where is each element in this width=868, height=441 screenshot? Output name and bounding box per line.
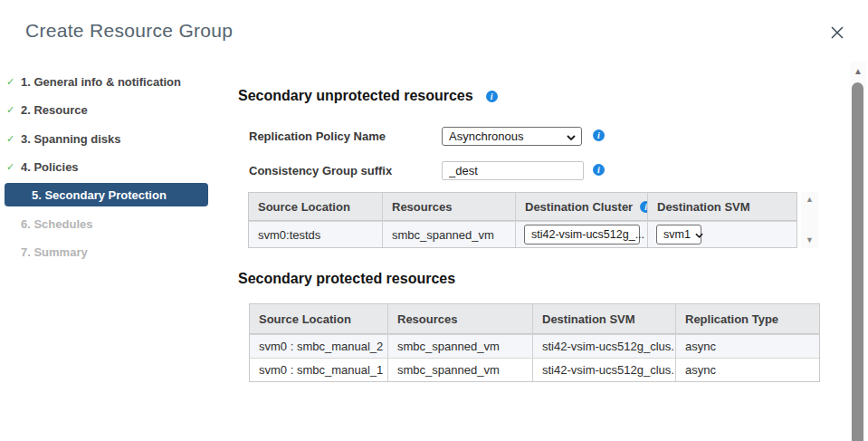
create-resource-group-dialog: Create Resource Group ✓ 1. General info … [0,0,868,441]
table-row: svm0 : smbc_manual_2 smbc_spanned_vm sti… [250,334,819,358]
close-icon[interactable] [828,24,846,42]
sidebar-step-resource[interactable]: ✓ 2. Resource [0,102,88,118]
col-header-replication-type: Replication Type [676,304,819,333]
sidebar-step-secondary-protection[interactable]: 5. Secondary Protection [5,183,208,206]
cell-destination-svm: svm1 [648,222,796,247]
cell-source-location: svm0 : smbc_manual_2 [250,335,388,358]
col-header-source-location: Source Location [249,193,383,220]
table-header-row: Source Location Resources Destination Cl… [249,193,796,221]
cg-suffix-label: Consistency Group suffix [249,164,392,177]
col-header-resources: Resources [383,193,516,220]
section-heading-protected: Secondary protected resources [238,271,455,287]
step-label: 7. Summary [21,245,88,259]
cell-replication-type: async [676,359,819,381]
step-label: 4. Policies [21,160,79,174]
table-header-row: Source Location Resources Destination SV… [250,304,819,334]
sidebar-step-policies[interactable]: ✓ 4. Policies [0,159,79,175]
chevron-down-icon [567,129,576,143]
cell-source-location: svm0 : smbc_manual_1 [250,359,388,381]
check-icon: ✓ [6,76,19,88]
chevron-down-icon [695,228,703,241]
step-label: 5. Secondary Protection [32,188,167,202]
col-header-destination-svm: Destination SVM [648,193,796,220]
scroll-down-icon[interactable]: ▼ [806,236,814,244]
cell-replication-type: async [676,335,819,358]
cg-suffix-input[interactable] [442,161,584,180]
cell-resources: smbc_spanned_vm [388,335,533,358]
step-label: 6. Schedules [21,217,92,231]
check-icon: ✓ [6,104,19,116]
page-title: Create Resource Group [25,20,233,42]
protected-table: Source Location Resources Destination SV… [249,303,820,382]
dialog-scrollbar[interactable]: ▲ [850,62,866,441]
col-header-destination-svm: Destination SVM [533,304,676,333]
sidebar-step-summary[interactable]: 7. Summary [0,244,88,260]
sidebar-step-spanning-disks[interactable]: ✓ 3. Spanning disks [0,131,121,147]
replication-policy-select[interactable]: Asynchronous [442,127,582,146]
step-label: 2. Resource [21,103,88,117]
section-heading-unprotected: Secondary unprotected resources i [238,88,498,104]
table-row: svm0:testds smbc_spanned_vm sti42-vsim-u… [249,221,796,247]
col-header-resources: Resources [388,304,533,333]
cell-destination-svm: sti42-vsim-ucs512g_clus... [533,335,676,358]
col-header-destination-cluster: Destination Clusteri [516,193,648,220]
scrollbar-thumb[interactable] [852,82,863,441]
scroll-up-icon[interactable]: ▲ [806,196,814,204]
step-label: 1. General info & notification [21,75,181,89]
heading-text: Secondary unprotected resources [238,88,473,104]
destination-cluster-select[interactable]: sti42-vsim-ucs512g_... [524,225,640,244]
cell-resources: smbc_spanned_vm [388,359,533,381]
cell-destination-cluster: sti42-vsim-ucs512g_... [516,222,648,247]
replication-policy-label: Replication Policy Name [249,129,386,143]
table-scrollbar[interactable]: ▲ ▼ [801,192,818,248]
sidebar-step-schedules[interactable]: 6. Schedules [0,216,92,232]
col-header-source-location: Source Location [250,304,388,333]
cell-source-location: svm0:testds [249,222,383,247]
check-icon: ✓ [6,133,19,145]
step-label: 3. Spanning disks [21,132,121,146]
cell-resources: smbc_spanned_vm [383,222,516,247]
unprotected-table: Source Location Resources Destination Cl… [248,192,797,248]
check-icon: ✓ [6,161,19,173]
info-icon[interactable]: i [486,91,498,102]
sidebar-step-general-info[interactable]: ✓ 1. General info & notification [0,74,181,90]
heading-text: Secondary protected resources [238,271,455,287]
destination-svm-select[interactable]: svm1 [656,225,701,244]
cell-destination-svm: sti42-vsim-ucs512g_clus... [533,359,676,381]
info-icon[interactable]: i [640,201,648,213]
info-icon[interactable]: i [593,129,605,141]
info-icon[interactable]: i [593,164,605,176]
scroll-up-icon[interactable]: ▲ [854,67,863,75]
table-row: svm0 : smbc_manual_1 smbc_spanned_vm sti… [250,358,819,381]
selected-value: svm1 [663,228,691,241]
selected-value: Asynchronous [449,129,523,143]
selected-value: sti42-vsim-ucs512g_... [531,228,644,241]
